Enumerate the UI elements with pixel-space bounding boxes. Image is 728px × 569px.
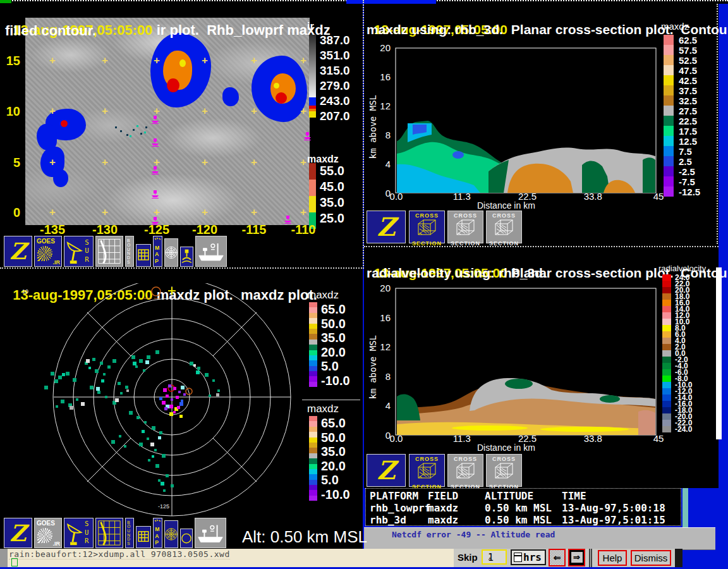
radar-echo-cell [62, 373, 65, 376]
cross-section-button[interactable]: CROSSSECTION [447, 211, 483, 243]
sat-maxdz-colorbar-tick: 45.0 [320, 180, 344, 194]
colorbar-segment [664, 65, 674, 75]
colorbar-segment [309, 464, 317, 469]
xsec-radial-plot[interactable] [395, 288, 657, 436]
z-logo-icon: Z [4, 518, 32, 548]
bounds-icon: BOUNDS [126, 518, 133, 548]
toolbar-button-polar-grid[interactable] [164, 520, 178, 548]
colorbar-segment [309, 469, 317, 474]
xsec-maxdz-colorbar-tick: 42.5 [679, 75, 697, 86]
toolbar-button-ship[interactable] [195, 236, 227, 267]
colorbar-segment [662, 413, 671, 420]
step-forward-button[interactable]: ⇒ [568, 549, 585, 566]
ppi-colorbar2 [309, 416, 317, 501]
toolbar-button-ship[interactable] [195, 518, 226, 548]
terminal-window[interactable]: rain:beaufort:12>xdump.all 970813.0505.x… [0, 549, 454, 567]
help-button[interactable]: Help [598, 550, 627, 566]
ppi-colorbar2-label: maxdz [307, 403, 339, 415]
radar-echo-cell [173, 411, 176, 413]
xsec-maxdz-plot[interactable] [395, 47, 657, 194]
radar-echo-cell [166, 395, 169, 398]
colorbar-segment [662, 357, 671, 363]
xsec-x-tick: 33.8 [579, 191, 607, 202]
ppi-colorbar2-tick: 5.0 [321, 473, 339, 487]
satellite-image[interactable]: ++++++++++++++++++++++++ [25, 18, 310, 225]
skip-steps-input[interactable]: 1 ^ [482, 549, 507, 565]
toolbar-button-grid-curve[interactable] [95, 518, 123, 548]
step-back-button[interactable]: ⇐ [549, 549, 566, 566]
radar-sur-icon: SUR [64, 236, 93, 266]
toolbar-button-polar-grid[interactable] [164, 238, 178, 267]
cross-section-button[interactable]: CROSSSECTION [409, 454, 445, 487]
toolbar-button-small-grid[interactable] [136, 526, 151, 548]
teal-speckle [144, 132, 146, 133]
colorbar-segment [309, 307, 317, 312]
right-scrollbar[interactable] [716, 267, 722, 439]
colorbar-segment [662, 395, 671, 401]
toolbar-button-goes-ir[interactable]: GOES.IR [34, 518, 62, 548]
ir-colorbar-tick: 207.0 [320, 109, 350, 123]
status-header-cell: TIME [562, 490, 586, 502]
dark-speckle [126, 134, 128, 136]
radar-echo-cell [131, 355, 135, 359]
cloud-blob-small [222, 87, 239, 106]
toolbar-button-radar-sur[interactable]: SUR [64, 236, 94, 267]
radar-echo-cell [139, 359, 143, 363]
svg-text:S: S [127, 541, 130, 546]
toolbar-button-bounds[interactable]: BOUNDS [125, 236, 134, 267]
toolbar-button-radar-sur[interactable]: SUR [64, 518, 94, 548]
toolbar-button-small-grid[interactable] [136, 244, 151, 267]
cube-icon [410, 219, 444, 239]
cube-icon [448, 219, 483, 239]
svg-text:R: R [85, 537, 89, 544]
toolbar-button-circle[interactable] [180, 529, 193, 548]
radar-echo-cell [205, 373, 209, 377]
toolbar-button-z-logo[interactable]: Z [4, 236, 32, 267]
toolbar-button-map[interactable]: MAP [153, 518, 162, 548]
status-cell: 13-Aug-97,5:01:15 [562, 514, 665, 526]
cross-section-button-top-label: CROSS [487, 456, 521, 462]
control-divider [589, 549, 592, 567]
radar-echo-cell [193, 364, 196, 367]
latlon-grid-marker: + [251, 54, 257, 67]
sat-maxdz-colorbar [309, 163, 316, 229]
toolbar-button-bounds[interactable]: BOUNDS [125, 518, 134, 548]
xsec-maxdz-colorbar-tick: 37.5 [679, 85, 697, 96]
ppi-radar-plot[interactable] [6, 283, 303, 518]
storm-core-center-red [167, 78, 179, 92]
toolbar-button-goes-ir[interactable]: GOES.IR [34, 236, 62, 267]
z-logo-button[interactable]: Z [367, 454, 406, 487]
goes-ir-icon: GOES.IR [35, 518, 61, 548]
toolbar-button-z-logo[interactable]: Z [4, 518, 32, 548]
cross-section-button[interactable]: CROSSSECTION [486, 454, 522, 487]
radar-echo-cell [51, 372, 54, 376]
radar-echo-cell [147, 437, 149, 440]
dismiss-button[interactable]: Dismiss [631, 550, 671, 566]
sat-x-tick: -110 [281, 223, 325, 237]
cross-section-button[interactable]: CROSSSECTION [486, 211, 522, 243]
svg-text:A: A [155, 533, 159, 539]
xsec-x-tick: 33.8 [579, 433, 607, 444]
time-units-button[interactable]: hrs [511, 549, 546, 565]
xsec-y-tick: 4 [377, 400, 391, 411]
radar-echo-cell [136, 416, 140, 419]
z-logo-button[interactable]: Z [367, 211, 406, 243]
toolbar-button-buoy[interactable] [180, 247, 193, 267]
radar-echo-cell [163, 388, 167, 392]
radar-echo-cell [111, 440, 115, 444]
colorbar-segment [662, 281, 671, 287]
toolbar-button-grid-curve[interactable] [95, 236, 123, 267]
radar-echo-cell [143, 369, 145, 372]
ship-marker-icon [304, 132, 311, 140]
ir-colorbar-tick: 351.0 [320, 49, 350, 63]
toolbar-button-map[interactable]: MAP [153, 236, 162, 267]
radar-echo-cell [112, 359, 116, 363]
radar-echo-cell [147, 355, 150, 359]
radar-echo-cell [125, 386, 128, 389]
dark-speckle [120, 130, 122, 132]
ppi-colorbar1-tick: 65.0 [321, 302, 346, 317]
cross-section-button[interactable]: CROSSSECTION [409, 211, 445, 243]
cross-section-button[interactable]: CROSSSECTION [447, 454, 483, 487]
skip-caret: ^ [488, 557, 492, 564]
colorbar-segment [309, 427, 317, 432]
